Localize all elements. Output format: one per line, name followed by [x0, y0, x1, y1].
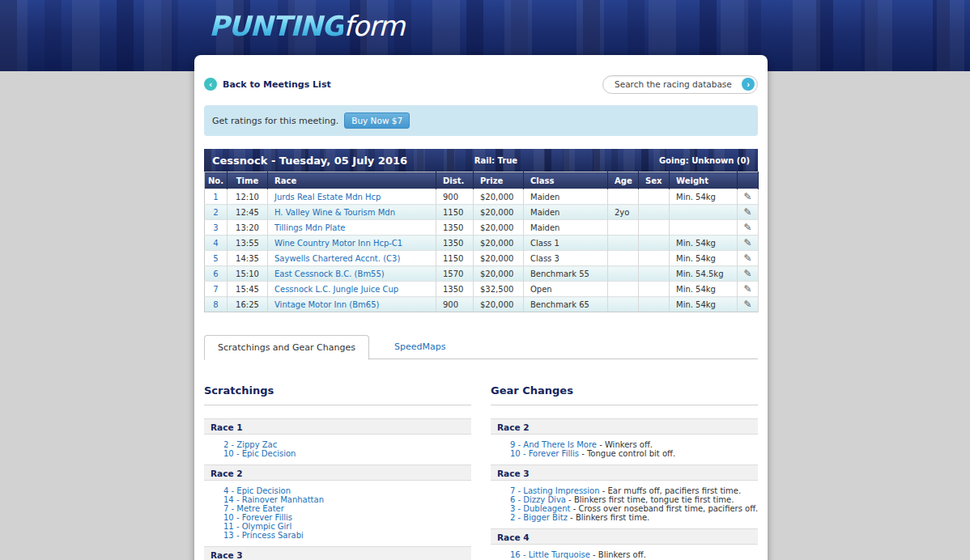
race-number-link[interactable]: 5: [213, 254, 218, 263]
gear-note: - Blinkers first time, tongue tie first …: [566, 495, 734, 504]
race-name-link[interactable]: H. Valley Wine & Tourism Mdn: [274, 208, 395, 217]
race-name-link[interactable]: East Cessnock B.C. (Bm55): [274, 269, 385, 278]
race-sex: [639, 282, 670, 297]
horse-link[interactable]: 2 - Zippy Zac: [223, 440, 277, 449]
race-number-link[interactable]: 7: [213, 285, 218, 294]
horse-link[interactable]: 14 - Rainover Manhattan: [223, 495, 324, 504]
race-group-items: 4 - Epic Decision14 - Rainover Manhattan…: [204, 481, 471, 546]
puntingform-logo[interactable]: PUNTINGform: [209, 10, 404, 42]
race-distance: 900: [436, 189, 474, 205]
race-sex: [639, 251, 670, 266]
horse-link[interactable]: 9 - And There Is More: [510, 440, 597, 449]
race-number-link[interactable]: 2: [213, 208, 218, 217]
race-prize: $20,000: [474, 251, 524, 266]
race-name-link[interactable]: Jurds Real Estate Mdn Hcp: [274, 193, 381, 202]
list-item: 7 - Metre Eater: [223, 504, 471, 513]
race-group-header: Race 1: [204, 418, 471, 435]
meeting-going: Going: Unknown (0): [571, 156, 758, 165]
race-number-link[interactable]: 1: [213, 193, 218, 202]
search-box: ›: [602, 75, 758, 94]
horse-link[interactable]: 7 - Lasting Impression: [510, 486, 600, 495]
race-group-header: Race 3: [491, 465, 758, 481]
edit-pencil-icon[interactable]: ✎: [743, 283, 751, 295]
column-header: Class: [524, 172, 608, 189]
race-class: Maiden: [524, 189, 608, 205]
horse-link[interactable]: 7 - Metre Eater: [223, 504, 284, 513]
column-header: No.: [205, 172, 228, 189]
gear-changes-column: Gear Changes Race 2 9 - And There Is Mor…: [491, 384, 758, 560]
horse-link[interactable]: 4 - Epic Decision: [223, 486, 291, 495]
table-row: 5 14:35 Saywells Chartered Accnt. (C3) 1…: [205, 251, 759, 266]
buy-now-button[interactable]: Buy Now $7: [344, 112, 410, 129]
race-group-items: 9 - And There Is More - Winkers off.10 -…: [491, 435, 758, 465]
race-age: [608, 235, 639, 251]
list-item: 10 - Forever Fillis: [223, 513, 471, 522]
race-time: 14:35: [228, 251, 268, 266]
scratchings-title: Scratchings: [204, 384, 471, 397]
gear-note: - Blinkers off.: [590, 550, 646, 559]
race-name-link[interactable]: Tillings Mdn Plate: [274, 223, 346, 232]
search-input[interactable]: [615, 79, 742, 89]
race-number-link[interactable]: 3: [213, 223, 218, 232]
logo-punting-text: PUNTING: [209, 10, 343, 42]
race-group: Race 3: [204, 546, 471, 560]
divider: [204, 405, 471, 405]
tab-scratchings-gear[interactable]: Scratchings and Gear Changes: [204, 335, 369, 360]
race-time: 15:10: [228, 266, 268, 282]
race-number-link[interactable]: 4: [213, 239, 218, 248]
horse-link[interactable]: 16 - Little Turquoise: [510, 550, 590, 559]
gear-note: - Cross over noseband first time, pacifi…: [571, 504, 759, 513]
race-class: Benchmark 55: [524, 266, 608, 282]
horse-link[interactable]: 6 - Dizzy Diva: [510, 495, 566, 504]
race-weight: Min. 54.5kg: [670, 266, 738, 282]
list-item: 6 - Dizzy Diva - Blinkers first time, to…: [510, 495, 758, 504]
edit-pencil-icon[interactable]: ✎: [743, 191, 751, 202]
race-age: [608, 220, 639, 235]
race-name-link[interactable]: Cessnock L.C. Jungle Juice Cup: [274, 285, 398, 294]
race-weight: Min. 54kg: [670, 235, 738, 251]
ratings-banner: Get ratings for this meeting. Buy Now $7: [204, 105, 758, 136]
horse-link[interactable]: 3 - Dubleagent: [510, 504, 571, 513]
races-table-head-row: No.TimeRaceDist.PrizeClassAgeSexWeight: [205, 172, 759, 189]
race-age: [608, 282, 639, 297]
edit-pencil-icon[interactable]: ✎: [743, 268, 751, 279]
race-group-items: 2 - Zippy Zac10 - Epic Decision: [204, 435, 471, 465]
horse-link[interactable]: 2 - Bigger Bitz: [510, 513, 568, 522]
column-header: Sex: [639, 172, 670, 189]
race-class: Benchmark 65: [524, 297, 608, 312]
edit-pencil-icon[interactable]: ✎: [743, 206, 751, 218]
tab-bar: Scratchings and Gear Changes SpeedMaps: [204, 334, 758, 359]
horse-link[interactable]: 10 - Forever Fillis: [510, 449, 579, 458]
scratchings-column: Scratchings Race 1 2 - Zippy Zac10 - Epi…: [204, 384, 471, 560]
horse-link[interactable]: 13 - Princess Sarabi: [223, 531, 304, 540]
edit-pencil-icon[interactable]: ✎: [743, 237, 751, 248]
horse-link[interactable]: 11 - Olympic Girl: [223, 522, 291, 531]
back-to-meetings-link[interactable]: ‹ Back to Meetings List: [204, 78, 331, 91]
table-row: 4 13:55 Wine Country Motor Inn Hcp-C1 13…: [205, 235, 759, 251]
race-distance: 1350: [436, 220, 474, 235]
gear-note: - Blinkers first time.: [568, 513, 649, 522]
race-time: 13:20: [228, 220, 268, 235]
race-number-link[interactable]: 8: [213, 300, 218, 309]
edit-pencil-icon[interactable]: ✎: [743, 252, 751, 264]
gear-note: - Ear muffs off, pacifiers first time.: [600, 486, 742, 495]
race-name-link[interactable]: Vintage Motor Inn (Bm65): [274, 300, 379, 309]
race-name-link[interactable]: Saywells Chartered Accnt. (C3): [274, 254, 400, 263]
race-weight: Min. 54kg: [670, 189, 738, 205]
race-prize: $20,000: [474, 205, 524, 220]
edit-pencil-icon[interactable]: ✎: [743, 222, 751, 233]
tab-speedmaps[interactable]: SpeedMaps: [394, 342, 445, 352]
horse-link[interactable]: 10 - Forever Fillis: [223, 513, 292, 522]
race-class: Open: [524, 282, 608, 297]
search-submit-icon[interactable]: ›: [742, 78, 755, 91]
race-name-link[interactable]: Wine Country Motor Inn Hcp-C1: [274, 239, 402, 248]
column-header: Prize: [474, 172, 524, 189]
race-sex: [639, 235, 670, 251]
list-item: 14 - Rainover Manhattan: [223, 495, 471, 504]
horse-link[interactable]: 10 - Epic Decision: [223, 449, 296, 458]
meeting-rail: Rail: True: [421, 156, 570, 165]
edit-pencil-icon[interactable]: ✎: [743, 299, 751, 310]
race-prize: $20,000: [474, 235, 524, 251]
race-number-link[interactable]: 6: [213, 269, 218, 278]
race-weight: Min. 54kg: [670, 282, 738, 297]
